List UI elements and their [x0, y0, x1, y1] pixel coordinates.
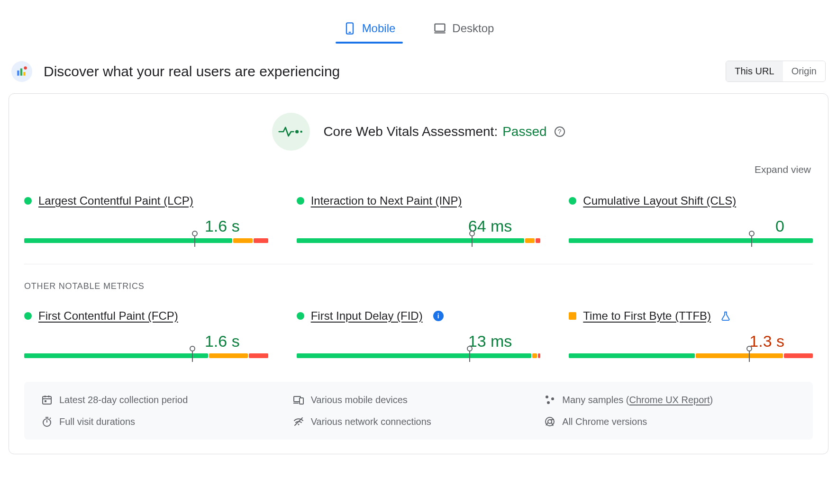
marker-fid	[467, 347, 473, 362]
stopwatch-icon	[41, 416, 53, 427]
marker-cls	[749, 232, 755, 247]
metric-value-fcp: 1.6 s	[24, 332, 268, 351]
status-indicator	[569, 312, 576, 320]
desktop-icon	[433, 22, 446, 35]
info-durations-label: Full visit durations	[59, 416, 135, 427]
marker-lcp	[192, 232, 198, 247]
page-title: Discover what your real users are experi…	[44, 63, 340, 80]
svg-line-24	[50, 418, 51, 419]
distribution-bar-lcp	[24, 238, 268, 243]
svg-rect-10	[43, 396, 51, 404]
flask-icon	[720, 311, 731, 321]
distribution-bar-ttfb	[569, 353, 813, 358]
toggle-origin[interactable]: Origin	[783, 61, 825, 81]
info-devices-label: Various mobile devices	[311, 395, 408, 405]
metric-name-ttfb[interactable]: Time to First Byte (TTFB)	[583, 309, 711, 323]
expand-view-link[interactable]: Expand view	[755, 164, 811, 175]
metric-name-cls[interactable]: Cumulative Layout Shift (CLS)	[583, 194, 736, 207]
svg-rect-16	[300, 398, 303, 404]
status-indicator	[297, 312, 304, 320]
metric-value-inp: 64 ms	[297, 217, 541, 235]
devices-icon	[293, 394, 304, 405]
metric-ttfb: Time to First Byte (TTFB)1.3 s	[569, 309, 813, 358]
metric-value-cls: 0	[569, 217, 813, 235]
crux-icon	[11, 61, 32, 82]
title-row: Discover what your real users are experi…	[9, 54, 828, 93]
info-versions: All Chrome versions	[544, 416, 796, 427]
device-tabs: Mobile Desktop	[9, 9, 828, 54]
svg-rect-14	[45, 400, 46, 402]
info-network-label: Various network connections	[311, 416, 431, 427]
metric-value-fid: 13 ms	[297, 332, 541, 351]
metric-inp: Interaction to Next Paint (INP)64 ms	[297, 194, 541, 243]
tab-desktop-label: Desktop	[452, 22, 494, 35]
marker-inp	[469, 232, 475, 247]
bar-seg-poor	[536, 238, 540, 243]
bar-seg-good	[24, 238, 232, 243]
info-period: Latest 28-day collection period	[41, 394, 293, 405]
bar-seg-mid	[209, 353, 248, 358]
metric-fid: First Input Delay (FID)i13 ms	[297, 309, 541, 358]
info-network: Various network connections	[293, 416, 545, 427]
bar-seg-good	[297, 238, 524, 243]
crux-report-link[interactable]: Chrome UX Report	[629, 395, 710, 405]
info-icon[interactable]: i	[433, 311, 444, 321]
distribution-bar-fid	[297, 353, 541, 358]
metric-value-lcp: 1.6 s	[24, 217, 268, 235]
metric-lcp: Largest Contentful Paint (LCP)1.6 s	[24, 194, 268, 243]
calendar-icon	[41, 394, 53, 405]
core-metrics-grid: Largest Contentful Paint (LCP)1.6 s Inte…	[24, 194, 813, 243]
bar-seg-mid	[525, 238, 535, 243]
metric-name-fcp[interactable]: First Contentful Paint (FCP)	[38, 309, 178, 323]
svg-rect-6	[23, 72, 25, 76]
svg-rect-4	[17, 70, 19, 75]
info-durations: Full visit durations	[41, 416, 293, 427]
toggle-this-url[interactable]: This URL	[726, 61, 782, 81]
metric-name-fid[interactable]: First Input Delay (FID)	[311, 309, 423, 323]
tab-mobile-label: Mobile	[362, 22, 396, 35]
info-versions-label: All Chrome versions	[562, 416, 647, 427]
status-indicator	[569, 197, 576, 205]
scope-toggle: This URL Origin	[726, 61, 826, 82]
info-samples-prefix: Many samples (	[562, 395, 629, 405]
tab-mobile[interactable]: Mobile	[338, 19, 400, 42]
divider	[24, 264, 813, 264]
samples-icon	[544, 394, 555, 405]
info-samples-label: Many samples (Chrome UX Report)	[562, 395, 713, 405]
svg-point-8	[295, 130, 299, 133]
other-metrics-grid: First Contentful Paint (FCP)1.6 s First …	[24, 309, 813, 358]
distribution-bar-inp	[297, 238, 541, 243]
help-icon[interactable]: ?	[555, 126, 565, 137]
info-period-label: Latest 28-day collection period	[59, 395, 188, 405]
info-panel: Latest 28-day collection period Various …	[24, 382, 813, 440]
tab-desktop[interactable]: Desktop	[428, 19, 499, 42]
metric-name-inp[interactable]: Interaction to Next Paint (INP)	[311, 194, 462, 207]
bar-seg-poor	[254, 238, 268, 243]
bar-seg-mid	[696, 353, 783, 358]
bar-seg-poor	[538, 353, 540, 358]
svg-rect-5	[20, 68, 22, 75]
metric-cls: Cumulative Layout Shift (CLS)0	[569, 194, 813, 243]
bar-seg-good	[297, 353, 531, 358]
info-samples: Many samples (Chrome UX Report)	[544, 394, 796, 405]
svg-point-7	[24, 66, 27, 70]
svg-point-25	[298, 424, 299, 425]
metric-value-ttfb: 1.3 s	[569, 332, 813, 351]
assessment-status: Passed	[502, 124, 546, 139]
status-indicator	[24, 312, 32, 320]
bar-seg-poor	[784, 353, 813, 358]
bar-seg-good	[24, 353, 208, 358]
bar-seg-mid	[233, 238, 253, 243]
metric-fcp: First Contentful Paint (FCP)1.6 s	[24, 309, 268, 358]
chrome-icon	[544, 416, 555, 427]
status-indicator	[24, 197, 32, 205]
assessment-text: Core Web Vitals Assessment: Passed ?	[323, 124, 564, 139]
svg-rect-2	[435, 24, 445, 31]
metric-name-lcp[interactable]: Largest Contentful Paint (LCP)	[38, 194, 193, 207]
status-indicator	[297, 197, 304, 205]
svg-point-20	[547, 401, 550, 404]
assessment-prefix: Core Web Vitals Assessment:	[323, 124, 498, 139]
other-metrics-heading: OTHER NOTABLE METRICS	[24, 281, 813, 291]
svg-point-18	[546, 396, 548, 398]
info-devices: Various mobile devices	[293, 394, 545, 405]
